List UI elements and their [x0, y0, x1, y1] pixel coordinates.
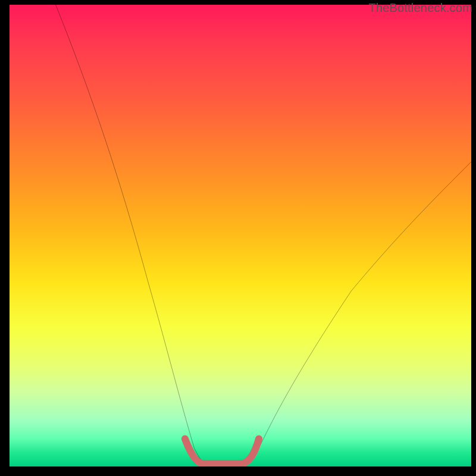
- valley-marker: [185, 439, 259, 464]
- chart-frame: TheBottleneck.com: [0, 0, 476, 476]
- watermark-text: TheBottleneck.com: [368, 1, 472, 15]
- plot-area: [10, 5, 471, 466]
- left-curve: [56, 5, 203, 462]
- curves-layer: [10, 5, 471, 466]
- right-curve: [250, 162, 471, 462]
